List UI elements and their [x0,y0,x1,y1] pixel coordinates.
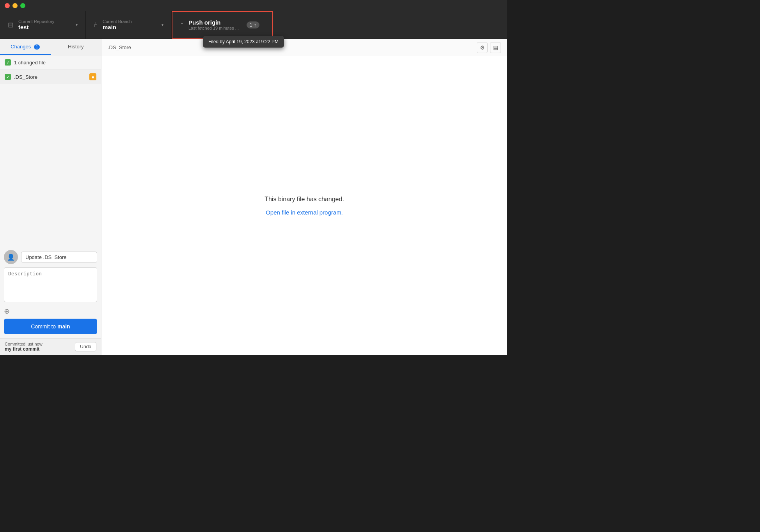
content-header: .DS_Store ⚙ ▤ [101,39,507,56]
repo-label: Current Repository [18,19,54,24]
commit-description-input[interactable] [4,267,97,302]
branch-icon: ⑃ [94,21,98,29]
gear-button[interactable]: ⚙ [477,42,488,53]
push-origin-section[interactable]: ↑ Push origin Last fetched 19 minutes ..… [172,11,273,39]
push-sub-label: Last fetched 19 minutes ... [188,26,239,30]
open-external-link[interactable]: Open file in external program. [266,209,343,216]
gear-icon: ⚙ [480,44,485,51]
all-files-checkbox[interactable]: ✓ [5,59,11,66]
committed-label: Committed just now [5,342,43,346]
maximize-button[interactable] [20,3,25,8]
close-button[interactable] [5,3,10,8]
file-checkbox[interactable]: ✓ [5,74,11,80]
commit-name: my first commit [5,346,43,352]
push-badge: 1 ↑ [247,21,259,28]
avatar-icon: 👤 [7,254,15,261]
commit-input-row: 👤 [4,250,97,264]
avatar: 👤 [4,250,18,264]
file-check-icon: ✓ [6,74,10,80]
traffic-lights [5,3,25,8]
push-label: Push origin [188,19,239,26]
recent-commit-bar: Committed just now my first commit Undo [0,338,101,355]
push-icon: ↑ [180,21,184,29]
sidebar-toggle-button[interactable]: ▤ [490,42,501,53]
tab-history-label: History [68,44,83,50]
push-info: Push origin Last fetched 19 minutes ... [188,19,239,30]
branch-label: Current Branch [103,19,132,24]
tooltip: Filed by April 19, 2023 at 9:22 PM [203,36,284,48]
add-coauthor-button[interactable]: ⊕ [4,307,10,316]
content-area: .DS_Store ⚙ ▤ This binary file has chang… [101,39,507,355]
commit-footer: ⊕ [4,307,97,316]
file-summary-row: ✓ 1 changed file [0,55,101,70]
commit-button-branch: main [57,323,70,330]
toolbar: ⊟ Current Repository test ▾ ⑃ Current Br… [0,11,507,39]
content-body: This binary file has changed. Open file … [101,56,507,355]
changes-badge: 1 [34,44,40,50]
commit-button-prefix: Commit to [31,323,57,330]
file-path: .DS_Store [108,44,131,50]
tab-history[interactable]: History [51,39,101,55]
repo-info: Current Repository test [18,19,54,30]
undo-button[interactable]: Undo [75,342,96,351]
branch-chevron: ▾ [162,23,163,27]
branch-value: main [103,24,132,30]
repo-value: test [18,24,54,30]
file-item-ds-store[interactable]: ✓ .DS_Store ■ [0,70,101,84]
file-list: ✓ 1 changed file ✓ .DS_Store ■ [0,55,101,246]
commit-message-input[interactable] [21,252,97,263]
content-toolbar-right: ⚙ ▤ [477,42,501,53]
minimize-button[interactable] [12,3,18,8]
file-name: .DS_Store [14,74,86,80]
tooltip-text: Filed by April 19, 2023 at 9:22 PM [208,39,279,44]
file-count: 1 changed file [14,60,46,66]
main-layout: Changes 1 History ✓ 1 changed file ✓ .D [0,39,507,355]
current-branch-section[interactable]: ⑃ Current Branch main ▾ [86,11,172,39]
title-bar [0,0,507,11]
repo-chevron: ▾ [76,23,78,27]
sidebar-toggle-icon: ▤ [493,44,498,51]
tab-changes-label: Changes [11,44,31,50]
binary-message: This binary file has changed. [265,196,344,203]
tab-changes[interactable]: Changes 1 [0,39,51,55]
toolbar-right [495,11,507,39]
file-status-badge: ■ [89,73,96,80]
check-icon: ✓ [6,60,10,65]
sidebar-tabs: Changes 1 History [0,39,101,55]
repo-icon: ⊟ [8,21,14,29]
sidebar: Changes 1 History ✓ 1 changed file ✓ .D [0,39,101,355]
commit-button[interactable]: Commit to main [4,319,97,334]
recent-commit-info: Committed just now my first commit [5,342,43,352]
branch-info: Current Branch main [103,19,132,30]
commit-area: 👤 ⊕ Commit to main [0,246,101,338]
current-repository-section[interactable]: ⊟ Current Repository test ▾ [0,11,86,39]
modified-icon: ■ [92,75,94,79]
